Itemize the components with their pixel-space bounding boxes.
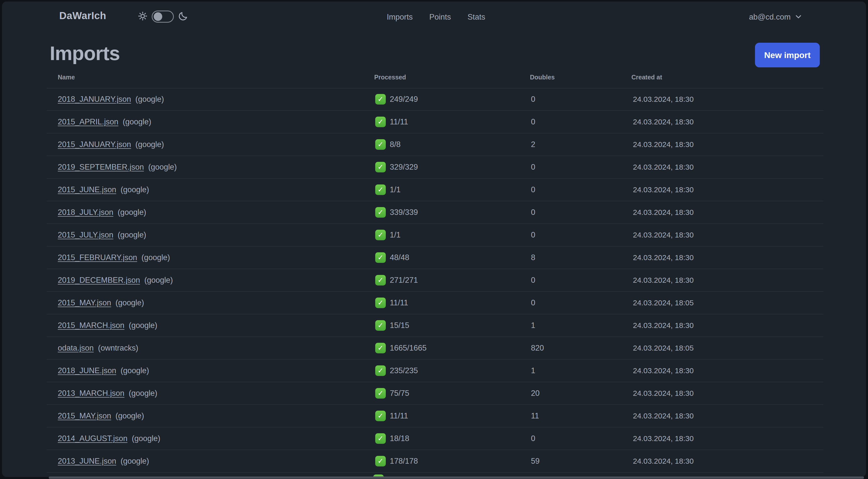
processed-count: 11/11 <box>390 117 408 126</box>
nav-link-imports[interactable]: Imports <box>387 12 413 22</box>
import-file-link[interactable]: 2015_JULY.json <box>58 231 113 239</box>
user-email: ab@cd.com <box>749 12 790 22</box>
import-source-value: (google) <box>118 231 146 239</box>
import-file-link[interactable]: 2018_JANUARY.json <box>58 95 131 103</box>
import-file-link[interactable]: 2013_MARCH.json <box>58 389 124 397</box>
name-cell: 2015_APRIL.json (google) <box>58 117 151 126</box>
check-icon <box>375 388 386 398</box>
table-row: 2015_JULY.json (google) 1/1 0 24.03.2024… <box>47 224 823 246</box>
import-source-label <box>118 185 121 194</box>
doubles-cell: 2 <box>531 140 535 149</box>
table-row: 2015_MAY.json (google) 11/11 0 24.03.202… <box>47 292 823 315</box>
import-source-value: (google) <box>123 117 151 126</box>
import-file-link[interactable]: 2018_JUNE.json <box>58 366 116 375</box>
processed-count: 8/8 <box>390 140 401 149</box>
processed-cell: 271/271 <box>375 275 418 286</box>
created-at-cell: 24.03.2024, 18:30 <box>633 253 694 262</box>
import-file-link[interactable]: 2015_FEBRUARY.json <box>58 253 137 262</box>
import-source-value: (google) <box>129 389 157 397</box>
created-at-cell: 24.03.2024, 18:30 <box>633 118 694 126</box>
doubles-cell: 0 <box>531 434 535 443</box>
import-file-link[interactable]: 2019_SEPTEMBER.json <box>58 162 144 171</box>
table-row: 2019_SEPTEMBER.json (google) 329/329 0 2… <box>47 156 823 179</box>
table-row: 2015_JANUARY.json (google) 8/8 2 24.03.2… <box>47 133 823 156</box>
processed-count: 235/235 <box>390 366 418 375</box>
doubles-cell: 11 <box>531 411 539 420</box>
import-file-link[interactable]: 2015_JUNE.json <box>58 185 116 194</box>
nav-link-points[interactable]: Points <box>429 12 451 22</box>
import-file-link[interactable]: 2018_JULY.json <box>58 208 113 217</box>
table-row: 2015_MAY.json (google) 11/11 11 24.03.20… <box>47 405 823 427</box>
check-icon <box>375 320 386 331</box>
created-at-cell: 24.03.2024, 18:05 <box>633 299 694 307</box>
doubles-cell: 59 <box>531 457 539 466</box>
processed-cell: 11/11 <box>375 411 408 421</box>
check-icon <box>375 230 386 240</box>
horizontal-scrollbar-thumb[interactable] <box>49 477 864 479</box>
processed-cell: 1/1 <box>375 230 401 240</box>
processed-cell: 178/178 <box>375 456 418 467</box>
import-source-value: (google) <box>116 411 144 420</box>
doubles-cell: 0 <box>531 231 535 239</box>
table-row: 2013_JUNE.json (google) 178/178 59 24.03… <box>47 450 823 473</box>
column-header-created-at: Created at <box>631 73 662 81</box>
import-file-link[interactable]: 2014_AUGUST.json <box>58 434 127 443</box>
user-menu[interactable]: ab@cd.com <box>749 12 802 22</box>
import-source-label <box>118 457 121 466</box>
doubles-cell: 1 <box>531 321 535 330</box>
created-at-cell: 24.03.2024, 18:30 <box>633 95 694 103</box>
created-at-cell: 24.03.2024, 18:30 <box>633 163 694 171</box>
import-source-value: (owntracks) <box>98 343 138 352</box>
import-file-link[interactable]: 2015_MAY.json <box>58 298 111 307</box>
table-row: 2018_JULY.json (google) 339/339 0 24.03.… <box>47 201 823 224</box>
doubles-cell: 0 <box>531 117 535 126</box>
created-at-cell: 24.03.2024, 18:05 <box>633 344 694 352</box>
doubles-cell: 1 <box>531 366 535 375</box>
import-file-link[interactable]: 2013_JUNE.json <box>58 457 116 466</box>
import-file-link[interactable]: odata.json <box>58 343 94 352</box>
import-source-value: (google) <box>129 321 157 330</box>
import-file-link[interactable]: 2015_MAY.json <box>58 411 111 420</box>
new-import-button[interactable]: New import <box>755 43 820 67</box>
column-header-doubles: Doubles <box>530 73 555 81</box>
processed-count: 329/329 <box>390 162 418 172</box>
import-source-value: (google) <box>148 162 177 171</box>
import-source-value: (google) <box>135 140 164 149</box>
created-at-cell: 24.03.2024, 18:30 <box>633 321 694 330</box>
table-row: 2013_MARCH.json (google) 75/75 20 24.03.… <box>47 382 823 405</box>
processed-count: 1/1 <box>390 231 401 239</box>
doubles-cell: 0 <box>531 276 535 285</box>
import-file-link[interactable]: 2015_JANUARY.json <box>58 140 131 149</box>
doubles-cell: 0 <box>531 162 535 172</box>
import-file-link[interactable]: 2015_MARCH.json <box>58 321 124 330</box>
processed-cell: 339/339 <box>375 207 418 218</box>
name-cell: 2019_DECEMBER.json (google) <box>58 276 173 285</box>
name-cell: 2013_JUNE.json (google) <box>58 457 149 466</box>
import-source-label <box>130 434 132 443</box>
processed-count: 18/18 <box>390 434 409 443</box>
created-at-cell: 24.03.2024, 18:30 <box>633 434 694 443</box>
import-file-link[interactable]: 2019_DECEMBER.json <box>58 276 140 285</box>
check-icon <box>375 343 386 353</box>
check-icon <box>375 139 386 150</box>
created-at-cell: 24.03.2024, 18:30 <box>633 389 694 397</box>
import-file-link[interactable]: 2015_APRIL.json <box>58 117 118 126</box>
check-icon <box>375 252 386 263</box>
check-icon <box>375 207 386 218</box>
import-source-label <box>113 411 116 420</box>
name-cell: 2015_MAY.json (google) <box>58 298 144 307</box>
created-at-cell: 24.03.2024, 18:30 <box>633 412 694 420</box>
name-cell: 2015_MARCH.json (google) <box>58 321 157 330</box>
main-nav: Imports Points Stats <box>2 12 866 22</box>
name-cell: 2019_SEPTEMBER.json (google) <box>58 162 177 172</box>
table-row: 2015_MARCH.json (google) 15/15 1 24.03.2… <box>47 315 823 337</box>
check-icon <box>375 117 386 127</box>
import-source-value: (google) <box>121 185 149 194</box>
processed-count: 11/11 <box>390 298 408 307</box>
processed-count: 11/11 <box>390 411 408 420</box>
nav-link-stats[interactable]: Stats <box>467 12 485 22</box>
table-row: 2018_JANUARY.json (google) 249/249 0 24.… <box>47 88 823 111</box>
import-source-value: (google) <box>121 366 149 375</box>
table-row: 2019_DECEMBER.json (google) 271/271 0 24… <box>47 269 823 292</box>
column-header-name: Name <box>58 73 75 81</box>
